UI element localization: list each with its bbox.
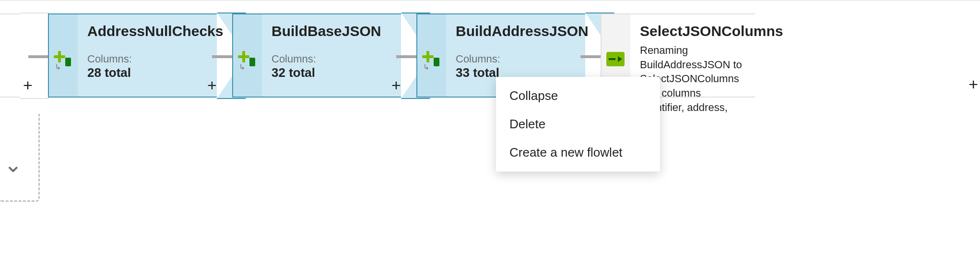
- context-menu: Collapse Delete Create a new flowlet: [496, 77, 660, 172]
- branch-placeholder[interactable]: ⌄: [0, 114, 40, 202]
- upstream-node-stub[interactable]: [0, 13, 20, 98]
- add-step-button[interactable]: +: [968, 75, 978, 94]
- menu-item-create-flowlet[interactable]: Create a new flowlet: [496, 138, 660, 167]
- derived-column-icon: ↳: [422, 51, 441, 67]
- add-step-button[interactable]: +: [207, 76, 217, 95]
- columns-label: Columns:: [456, 53, 576, 65]
- columns-label: Columns:: [87, 53, 207, 65]
- select-icon: [606, 52, 625, 66]
- connector: [396, 55, 416, 58]
- connector: [28, 55, 48, 58]
- menu-item-collapse[interactable]: Collapse: [496, 82, 660, 110]
- node-title: BuildBaseJSON: [272, 23, 391, 39]
- node-title: BuildAddressJSON: [456, 23, 576, 39]
- columns-value: 28 total: [87, 65, 207, 80]
- menu-item-delete[interactable]: Delete: [496, 110, 660, 138]
- add-step-button[interactable]: +: [23, 76, 33, 95]
- dataflow-canvas[interactable]: + ↳ AddressNullChecks Columns: 28 total …: [0, 0, 980, 271]
- add-step-button[interactable]: +: [391, 76, 401, 95]
- columns-value: 32 total: [272, 65, 391, 80]
- node-title: SelectJSONColumns: [640, 23, 745, 39]
- chevron-down-icon: ⌄: [4, 151, 23, 177]
- node-title: AddressNullChecks: [87, 23, 207, 39]
- connector: [580, 55, 601, 58]
- node-addressnullchecks[interactable]: ↳ AddressNullChecks Columns: 28 total: [48, 13, 217, 98]
- derived-column-icon: ↳: [238, 51, 257, 67]
- columns-label: Columns:: [272, 53, 391, 65]
- connector: [212, 55, 232, 58]
- node-buildbasejson[interactable]: ↳ BuildBaseJSON Columns: 32 total: [232, 13, 401, 98]
- derived-column-icon: ↳: [54, 51, 73, 67]
